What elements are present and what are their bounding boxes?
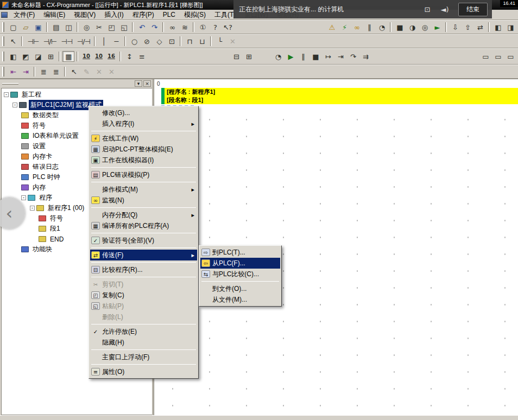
hide-menuitem[interactable]: 隐藏(H)	[90, 337, 197, 348]
tree-item-new-project[interactable]: - 新工程	[2, 90, 152, 100]
cut-button[interactable]: ✂	[93, 22, 105, 33]
copy-menuitem[interactable]: ◰ 复制(C)	[90, 290, 197, 301]
start-plc-pt-simulation-menuitem[interactable]: ▦ 启动PLC-PT整体模拟(E)	[90, 144, 197, 155]
fullscreen-button[interactable]: ⊡	[420, 3, 434, 15]
run-to-cursor-button[interactable]: ⇉	[359, 51, 371, 62]
step-over-button[interactable]: ⇥	[334, 51, 346, 62]
copy-button[interactable]: ◰	[105, 22, 117, 33]
new-contact-button[interactable]: ⊣⊢	[25, 36, 41, 47]
float-on-main-window-menuitem[interactable]: 主窗口上浮动(F)	[90, 352, 197, 362]
operating-mode-menuitem[interactable]: 操作模式(M)	[90, 184, 197, 195]
find-button[interactable]: ∞	[166, 22, 178, 33]
font-size-10-button[interactable]: 10	[80, 51, 92, 62]
work-online-menuitem[interactable]: ⚡ 在线工作(W)	[90, 133, 197, 144]
from-file-menuitem[interactable]: 从文件(M)...	[200, 294, 280, 305]
work-online-simulator-menuitem[interactable]: ▣ 工作在线模拟器(I)	[90, 155, 197, 166]
step-run-button[interactable]: ↦	[322, 51, 334, 62]
save-button[interactable]: ▣	[32, 22, 44, 33]
run-mode-button[interactable]: ►	[431, 22, 443, 33]
select-mode-button[interactable]: ↖	[68, 66, 80, 77]
to-file-menuitem[interactable]: 到文件(O)...	[200, 283, 280, 294]
allow-docking-menuitem[interactable]: ✓ 允许停放(E)	[90, 326, 197, 337]
delete-line-button[interactable]: ✕	[226, 36, 238, 47]
compare-with-plc-button[interactable]: ⇄	[474, 22, 486, 33]
sim-run-button[interactable]: ▶	[285, 51, 296, 62]
new-button[interactable]: ▢	[7, 22, 19, 33]
compare-program-menuitem[interactable]: ⊟ 比较程序(R)...	[90, 264, 197, 275]
open-button[interactable]: ▱	[20, 22, 31, 33]
context-help-button[interactable]: ↖?	[222, 22, 233, 33]
mini-toolbar-2-button[interactable]: ▭	[492, 51, 504, 62]
fb-parameter-button[interactable]: ⊔	[196, 36, 208, 47]
print-button[interactable]: ▤	[50, 22, 62, 33]
new-function-block-button[interactable]: ⊓	[184, 36, 195, 47]
transfer-menuitem[interactable]: ⇄ 传送(F)	[90, 250, 197, 260]
selection-tool-button[interactable]: ↖	[7, 36, 19, 47]
undo-button[interactable]: ↶	[136, 22, 148, 33]
debug-mode-button[interactable]: ◑	[406, 22, 418, 33]
compare-with-plc-menuitem[interactable]: ⇆ 与PLC比较(C)...	[200, 269, 280, 279]
new-diff-coil-button[interactable]: ◇	[153, 36, 165, 47]
indent-rung-button[interactable]: ⇥	[20, 66, 31, 77]
from-plc-menuitem[interactable]: ⇦ 从PLC(F)...	[200, 258, 280, 269]
toggle-watch-window-button[interactable]: ◪	[32, 51, 44, 62]
sim-stop-button[interactable]: ■	[309, 51, 321, 62]
info-button[interactable]: ①	[197, 22, 209, 33]
toolbar-grip[interactable]	[2, 22, 4, 32]
outdent-rung-button[interactable]: ⇤	[7, 66, 19, 77]
search-button[interactable]: ◎	[80, 22, 92, 33]
panel-close-button[interactable]: ×	[143, 80, 151, 87]
new-instruction-button[interactable]: ⊡	[166, 36, 178, 47]
modify-menuitem[interactable]: 修改(G)...	[90, 107, 197, 118]
menu-view[interactable]: 视图(V)	[70, 9, 99, 21]
toolbar-grip[interactable]	[2, 36, 4, 46]
toggle-cross-reference-button[interactable]: ⊞	[45, 51, 56, 62]
menu-file[interactable]: 文件(F)	[10, 9, 39, 21]
new-or-contact-button[interactable]: ⊣⊣	[59, 36, 75, 47]
clear-row-button[interactable]: ✕	[105, 66, 117, 77]
menu-simulation[interactable]: 模拟(S)	[180, 9, 210, 21]
window-cascade-button[interactable]: ◧	[492, 22, 504, 33]
to-plc-menuitem[interactable]: ⇨ 到PLC(T)...	[200, 247, 280, 258]
show-rung-comments-button[interactable]: ↕	[123, 51, 135, 62]
monitoring-button[interactable]: ∞	[351, 22, 363, 33]
pause-monitoring-button[interactable]: ‖	[363, 22, 375, 33]
work-online-button[interactable]: ⚠	[326, 22, 338, 33]
toggle-grid-button[interactable]: ▦	[62, 51, 74, 62]
new-closed-contact-button[interactable]: ⊣/⊢	[42, 36, 58, 47]
verify-symbols-menuitem[interactable]: ✓ 验证符号(全部)(V)	[90, 235, 197, 246]
toggle-project-window-button[interactable]: ◧	[7, 51, 19, 62]
continuous-scan-button[interactable]: ↷	[347, 51, 359, 62]
expand-toggle[interactable]: -	[21, 195, 26, 200]
vertical-line-button[interactable]: │	[98, 36, 110, 47]
redo-button[interactable]: ↷	[148, 22, 160, 33]
font-size-16-button[interactable]: 16	[105, 51, 117, 62]
show-annotations-button[interactable]: ≡	[136, 51, 148, 62]
menu-edit[interactable]: 编辑(E)	[40, 9, 69, 21]
sim-settings-button[interactable]: ⊟	[230, 51, 242, 62]
horizontal-line-button[interactable]: ─	[110, 36, 122, 47]
compile-all-plc-programs-menuitem[interactable]: ▦ 编译所有的PLC程序(A)	[90, 220, 197, 231]
new-coil-button[interactable]: ○	[128, 36, 140, 47]
new-or-closed-contact-button[interactable]: ⊣/⊣	[75, 36, 92, 47]
insert-program-menuitem[interactable]: 插入程序(I)	[90, 118, 197, 129]
delete-menuitem[interactable]: 删除(L)	[90, 311, 197, 322]
program-mode-button[interactable]: ■	[394, 22, 406, 33]
expand-toggle[interactable]: -	[30, 206, 35, 211]
panel-grip[interactable]	[2, 83, 18, 85]
help-button[interactable]: ?	[209, 22, 221, 33]
monitor-mode-button[interactable]: ◎	[419, 22, 431, 33]
expand-toggle[interactable]: -	[4, 92, 9, 97]
replace-button[interactable]: ≋	[179, 22, 191, 33]
monitor-menuitem[interactable]: ∞ 监视(N)	[90, 195, 197, 206]
scan-once-button[interactable]: ◔	[272, 51, 284, 62]
download-to-plc-button[interactable]: ⇩	[449, 22, 461, 33]
upload-from-plc-button[interactable]: ⇧	[462, 22, 473, 33]
rung-list-button[interactable]: ≣	[37, 66, 49, 77]
plc-error-simulation-menuitem[interactable]: ▤ PLC错误模拟(P)	[90, 169, 197, 180]
expand-toggle[interactable]: -	[12, 103, 17, 107]
clear-column-button[interactable]: ✕	[93, 66, 105, 77]
print-preview-button[interactable]: ◫	[62, 22, 74, 33]
differential-monitor-button[interactable]: ◔	[376, 22, 388, 33]
menu-plc[interactable]: PLC	[159, 10, 179, 20]
